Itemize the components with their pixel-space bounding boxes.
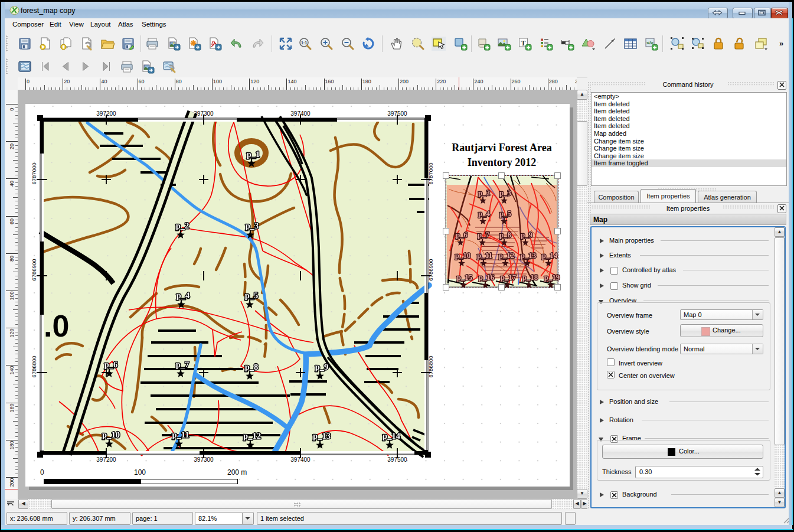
svg-text:p_9: p_9 <box>315 363 329 372</box>
svg-text:p_14: p_14 <box>383 432 400 441</box>
svg-text:p_1: p_1 <box>247 150 260 159</box>
svg-text:p_2: p_2 <box>176 221 189 231</box>
svg-text:p_6: p_6 <box>104 360 118 370</box>
svg-text:p_7: p_7 <box>176 360 189 370</box>
svg-text:p_4: p_4 <box>177 291 190 301</box>
svg-text:p_3: p_3 <box>246 221 259 231</box>
svg-text:p_13: p_13 <box>313 432 331 441</box>
svg-text:p_5: p_5 <box>245 291 259 301</box>
svg-text:p_12: p_12 <box>243 432 261 441</box>
svg-text:p_8: p_8 <box>245 363 259 372</box>
svg-text:p_10: p_10 <box>102 430 120 440</box>
svg-text:T: T <box>521 39 525 47</box>
svg-text:p_11: p_11 <box>172 430 189 440</box>
svg-text:1:1: 1:1 <box>301 41 307 45</box>
